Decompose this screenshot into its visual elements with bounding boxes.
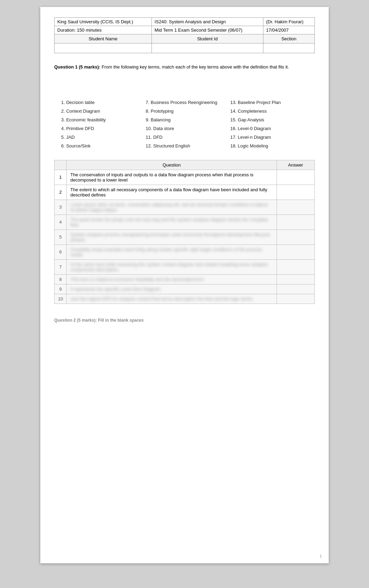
list-item: 15. Gap Analysis: [230, 116, 308, 123]
terms-grid: 1. Decision table7. Business Process Ree…: [54, 99, 315, 150]
question-text: It represents the specific Level-Zero Di…: [67, 284, 277, 294]
table-row: 10Use this logical DFD for analysis cont…: [55, 294, 315, 304]
question-text: Feasibility study evaluates each thing a…: [67, 244, 277, 259]
row-number: 8: [55, 274, 67, 284]
header-duration: Duration: 150 minutes: [55, 26, 152, 34]
list-item: 14. Completeness: [230, 107, 308, 115]
question-text: Lorem ipsum dolor sit amet, consectetur …: [67, 200, 277, 215]
col-num: [55, 160, 67, 170]
student-id-field[interactable]: [151, 43, 263, 53]
list-item: 5. JAD: [61, 134, 139, 141]
col-student-id: Student Id: [151, 34, 263, 43]
list-item: 17. Level-n Diagram: [230, 134, 308, 141]
table-row: 7At the same time while examining the sy…: [55, 259, 315, 274]
list-item: 13. Baseline Project Plan: [230, 99, 308, 106]
answer-cell[interactable]: [277, 170, 314, 185]
list-item: 4. Primitive DFD: [61, 125, 139, 132]
question-text: The quick brown fox jumps over the lazy …: [67, 215, 277, 229]
table-row: 1The conservation of inputs and outputs …: [55, 170, 315, 185]
table-row: 4The quick brown fox jumps over the lazy…: [55, 215, 315, 229]
exam-page: King Saud University (CCIS, IS Dept.) IS…: [40, 7, 329, 563]
col-student-name: Student Name: [55, 34, 152, 43]
row-number: 4: [55, 215, 67, 229]
list-item: 18. Logic Modeling: [230, 142, 308, 150]
section-field[interactable]: [263, 43, 314, 53]
table-row: 8This term is related to economic feasib…: [55, 274, 315, 284]
question1-section: Question 1 (5 marks): From the following…: [54, 64, 315, 71]
answer-cell[interactable]: [277, 229, 314, 244]
table-row: 9It represents the specific Level-Zero D…: [55, 284, 315, 294]
row-number: 9: [55, 284, 67, 294]
answer-cell[interactable]: [277, 185, 314, 200]
answer-cell[interactable]: [277, 259, 314, 274]
list-item: 9. Balancing: [146, 116, 223, 123]
row-number: 5: [55, 229, 67, 244]
question-text: At the same time while examining the sys…: [67, 259, 277, 274]
question1-text: From the following key terms, match each…: [100, 64, 289, 70]
header-professor: (Dr. Hakim Fourar): [263, 18, 314, 26]
question1-label: Question 1 (5 marks):: [54, 64, 100, 70]
answer-table: Question Answer 1The conservation of inp…: [54, 160, 315, 304]
row-number: 7: [55, 259, 67, 274]
col-question-header: Question: [67, 160, 277, 170]
list-item: 8. Prototyping: [146, 107, 223, 115]
answer-table-header: Question Answer: [55, 160, 315, 170]
answer-cell[interactable]: [277, 294, 314, 304]
list-item: 2. Context Diagram: [61, 107, 139, 115]
list-item: 10. Data store: [146, 125, 223, 132]
row-number: 2: [55, 185, 67, 200]
answer-cell[interactable]: [277, 284, 314, 294]
header-row-2: Duration: 150 minutes Mid Term 1 Exam Se…: [55, 26, 315, 34]
row-number: 3: [55, 200, 67, 215]
table-row: 3Lorem ipsum dolor sit amet, consectetur…: [55, 200, 315, 215]
header-date: 17/04/2007: [263, 26, 314, 34]
table-row: 5System analysis process reengineering t…: [55, 229, 315, 244]
answer-cell[interactable]: [277, 244, 314, 259]
answer-cell[interactable]: [277, 215, 314, 229]
question-text: The extent to which all necessary compon…: [67, 185, 277, 200]
question1-title: Question 1 (5 marks): From the following…: [54, 64, 315, 71]
list-item: 1. Decision table: [61, 99, 139, 106]
footer-note: Question 2 (5 marks): Fill in the blank …: [54, 318, 315, 323]
list-item: 6. Source/Sink: [61, 142, 139, 150]
row-number: 1: [55, 170, 67, 185]
list-item: 7. Business Process Reengineering: [146, 99, 223, 106]
student-name-field[interactable]: [55, 43, 152, 53]
list-item: 3. Economic feasibility: [61, 116, 139, 123]
header-row-4: [55, 43, 315, 53]
question-text: The conservation of inputs and outputs t…: [67, 170, 277, 185]
question-text: This term is related to economic feasibi…: [67, 274, 277, 284]
col-section: Section: [263, 34, 314, 43]
list-item: 16. Level-0 Diagram: [230, 125, 308, 132]
answer-cell[interactable]: [277, 200, 314, 215]
header-exam-title: Mid Term 1 Exam Second Semester (06/07): [151, 26, 263, 34]
list-item: 11. DFD: [146, 134, 223, 141]
header-table: King Saud University (CCIS, IS Dept.) IS…: [54, 17, 315, 53]
page-number: 1: [320, 554, 322, 558]
header-row-1: King Saud University (CCIS, IS Dept.) IS…: [55, 18, 315, 26]
answer-cell[interactable]: [277, 274, 314, 284]
header-row-3: Student Name Student Id Section: [55, 34, 315, 43]
footer-text: Question 2 (5 marks): Fill in the blank …: [54, 318, 144, 323]
header-course: IS240: System Analysis and Design: [151, 18, 263, 26]
table-row: 6Feasibility study evaluates each thing …: [55, 244, 315, 259]
col-answer-header: Answer: [277, 160, 314, 170]
row-number: 10: [55, 294, 67, 304]
list-item: 12. Structured English: [146, 142, 223, 150]
header-university: King Saud University (CCIS, IS Dept.): [55, 18, 152, 26]
question-text: System analysis process reengineering te…: [67, 229, 277, 244]
question-text: Use this logical DFD for analysis contex…: [67, 294, 277, 304]
row-number: 6: [55, 244, 67, 259]
table-row: 2The extent to which all necessary compo…: [55, 185, 315, 200]
